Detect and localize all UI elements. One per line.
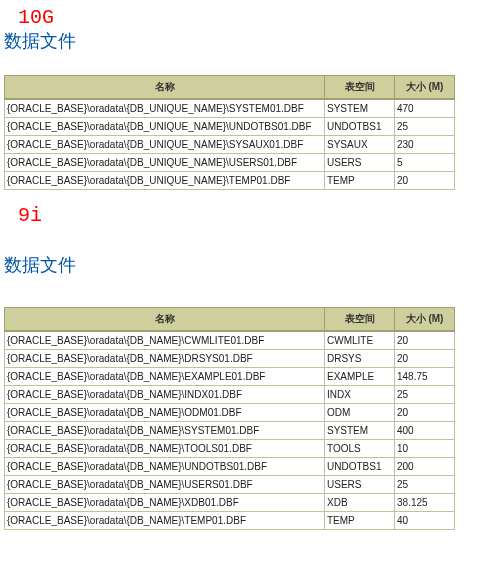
table-row: {ORACLE_BASE}\oradata\{DB_NAME}\DRSYS01.…	[5, 350, 455, 368]
cell-size: 200	[395, 458, 455, 476]
cell-name: {ORACLE_BASE}\oradata\{DB_NAME}\TOOLS01.…	[5, 440, 325, 458]
cell-size: 20	[395, 350, 455, 368]
cell-name: {ORACLE_BASE}\oradata\{DB_NAME}\ODM01.DB…	[5, 404, 325, 422]
col-size: 大小 (M)	[395, 76, 455, 100]
datafiles-table-9i: 名称 表空间 大小 (M) {ORACLE_BASE}\oradata\{DB_…	[4, 307, 455, 530]
cell-size: 25	[395, 118, 455, 136]
table-row: {ORACLE_BASE}\oradata\{DB_NAME}\XDB01.DB…	[5, 494, 455, 512]
cell-name: {ORACLE_BASE}\oradata\{DB_NAME}\TEMP01.D…	[5, 512, 325, 530]
cell-name: {ORACLE_BASE}\oradata\{DB_NAME}\INDX01.D…	[5, 386, 325, 404]
cell-name: {ORACLE_BASE}\oradata\{DB_UNIQUE_NAME}\U…	[5, 118, 325, 136]
cell-tablespace: TEMP	[325, 512, 395, 530]
col-name: 名称	[5, 308, 325, 332]
cell-tablespace: SYSTEM	[325, 422, 395, 440]
col-name: 名称	[5, 76, 325, 100]
cell-tablespace: EXAMPLE	[325, 368, 395, 386]
cell-tablespace: XDB	[325, 494, 395, 512]
cell-size: 400	[395, 422, 455, 440]
table-row: {ORACLE_BASE}\oradata\{DB_NAME}\ODM01.DB…	[5, 404, 455, 422]
table-row: {ORACLE_BASE}\oradata\{DB_NAME}\TOOLS01.…	[5, 440, 455, 458]
cell-tablespace: CWMLITE	[325, 331, 395, 350]
cell-name: {ORACLE_BASE}\oradata\{DB_NAME}\XDB01.DB…	[5, 494, 325, 512]
cell-size: 25	[395, 476, 455, 494]
cell-tablespace: UNDOTBS1	[325, 458, 395, 476]
section-title-10g: 数据文件	[4, 29, 496, 53]
cell-name: {ORACLE_BASE}\oradata\{DB_NAME}\DRSYS01.…	[5, 350, 325, 368]
table-row: {ORACLE_BASE}\oradata\{DB_NAME}\EXAMPLE0…	[5, 368, 455, 386]
section-title-9i: 数据文件	[4, 253, 496, 277]
col-tablespace: 表空间	[325, 76, 395, 100]
table-header-row: 名称 表空间 大小 (M)	[5, 308, 455, 332]
cell-name: {ORACLE_BASE}\oradata\{DB_UNIQUE_NAME}\S…	[5, 136, 325, 154]
cell-name: {ORACLE_BASE}\oradata\{DB_NAME}\CWMLITE0…	[5, 331, 325, 350]
cell-tablespace: USERS	[325, 476, 395, 494]
table-row: {ORACLE_BASE}\oradata\{DB_UNIQUE_NAME}\T…	[5, 172, 455, 190]
cell-size: 20	[395, 331, 455, 350]
col-tablespace: 表空间	[325, 308, 395, 332]
cell-size: 40	[395, 512, 455, 530]
table-row: {ORACLE_BASE}\oradata\{DB_UNIQUE_NAME}\U…	[5, 118, 455, 136]
cell-name: {ORACLE_BASE}\oradata\{DB_NAME}\SYSTEM01…	[5, 422, 325, 440]
table-row: {ORACLE_BASE}\oradata\{DB_UNIQUE_NAME}\U…	[5, 154, 455, 172]
cell-name: {ORACLE_BASE}\oradata\{DB_UNIQUE_NAME}\T…	[5, 172, 325, 190]
cell-tablespace: INDX	[325, 386, 395, 404]
cell-name: {ORACLE_BASE}\oradata\{DB_NAME}\USERS01.…	[5, 476, 325, 494]
cell-name: {ORACLE_BASE}\oradata\{DB_UNIQUE_NAME}\S…	[5, 99, 325, 118]
table-header-row: 名称 表空间 大小 (M)	[5, 76, 455, 100]
cell-tablespace: USERS	[325, 154, 395, 172]
table-row: {ORACLE_BASE}\oradata\{DB_NAME}\TEMP01.D…	[5, 512, 455, 530]
cell-size: 470	[395, 99, 455, 118]
cell-name: {ORACLE_BASE}\oradata\{DB_NAME}\UNDOTBS0…	[5, 458, 325, 476]
datafiles-table-10g: 名称 表空间 大小 (M) {ORACLE_BASE}\oradata\{DB_…	[4, 75, 455, 190]
cell-tablespace: SYSAUX	[325, 136, 395, 154]
table-row: {ORACLE_BASE}\oradata\{DB_NAME}\USERS01.…	[5, 476, 455, 494]
table-row: {ORACLE_BASE}\oradata\{DB_NAME}\INDX01.D…	[5, 386, 455, 404]
cell-size: 230	[395, 136, 455, 154]
table-row: {ORACLE_BASE}\oradata\{DB_NAME}\CWMLITE0…	[5, 331, 455, 350]
cell-size: 10	[395, 440, 455, 458]
cell-tablespace: TOOLS	[325, 440, 395, 458]
table-row: {ORACLE_BASE}\oradata\{DB_NAME}\UNDOTBS0…	[5, 458, 455, 476]
table-row: {ORACLE_BASE}\oradata\{DB_UNIQUE_NAME}\S…	[5, 99, 455, 118]
cell-name: {ORACLE_BASE}\oradata\{DB_NAME}\EXAMPLE0…	[5, 368, 325, 386]
version-label-10g: 10G	[18, 6, 496, 29]
cell-name: {ORACLE_BASE}\oradata\{DB_UNIQUE_NAME}\U…	[5, 154, 325, 172]
cell-size: 20	[395, 404, 455, 422]
cell-tablespace: ODM	[325, 404, 395, 422]
table-row: {ORACLE_BASE}\oradata\{DB_NAME}\SYSTEM01…	[5, 422, 455, 440]
cell-size: 38.125	[395, 494, 455, 512]
cell-size: 25	[395, 386, 455, 404]
cell-size: 20	[395, 172, 455, 190]
table-row: {ORACLE_BASE}\oradata\{DB_UNIQUE_NAME}\S…	[5, 136, 455, 154]
version-label-9i: 9i	[18, 204, 496, 227]
cell-size: 148.75	[395, 368, 455, 386]
cell-tablespace: SYSTEM	[325, 99, 395, 118]
col-size: 大小 (M)	[395, 308, 455, 332]
cell-tablespace: DRSYS	[325, 350, 395, 368]
cell-tablespace: UNDOTBS1	[325, 118, 395, 136]
cell-tablespace: TEMP	[325, 172, 395, 190]
cell-size: 5	[395, 154, 455, 172]
